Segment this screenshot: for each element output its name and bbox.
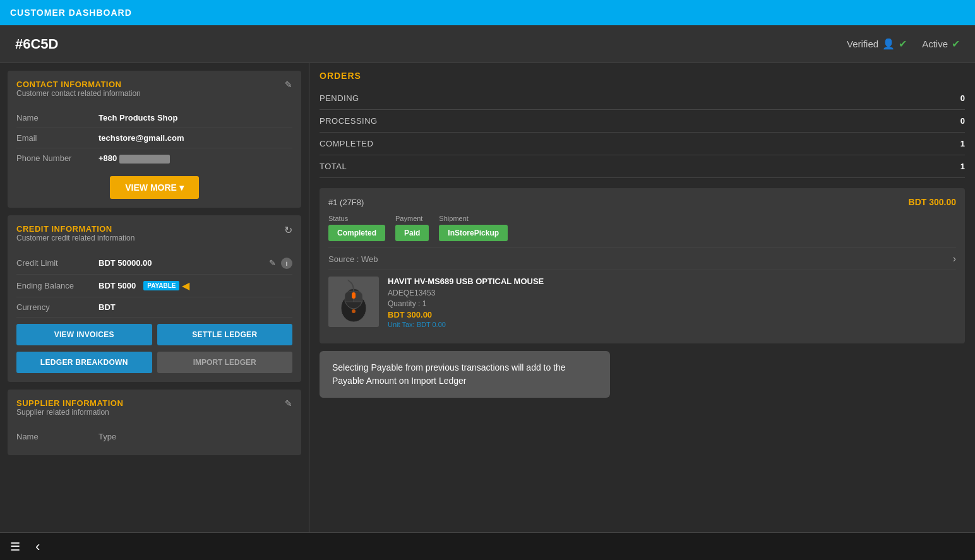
total-label: TOTAL — [320, 155, 918, 178]
product-price: BDT 300.00 — [388, 310, 956, 319]
product-tax: Unit Tax: BDT 0.00 — [388, 321, 956, 328]
right-panel: ORDERS PENDING 0 PROCESSING 0 COMPLETED … — [309, 63, 975, 532]
supplier-edit-icon[interactable]: ✎ — [285, 398, 292, 408]
credit-btn-row-1: VIEW INVOICES SETTLE LEDGER — [16, 324, 292, 345]
product-sku: ADEQE13453 — [388, 289, 956, 297]
order-amount: BDT 300.00 — [909, 197, 956, 207]
contact-info-card: CONTACT INFORMATION Customer contact rel… — [8, 71, 301, 208]
top-bar: CUSTOMER DASHBOARD — [0, 0, 975, 25]
credit-limit-edit-icon[interactable]: ✎ — [269, 258, 276, 268]
credit-limit-label: Credit Limit — [16, 258, 99, 268]
email-value: techstore@gmail.com — [99, 133, 184, 143]
credit-info-card: CREDIT INFORMATION Customer credit relat… — [8, 215, 301, 382]
credit-limit-row: Credit Limit BDT 50000.00 ✎ i — [16, 253, 292, 275]
supplier-info-subtitle: Supplier related information — [16, 408, 123, 417]
ending-balance-label: Ending Balance — [16, 281, 99, 290]
pending-label: PENDING — [320, 87, 918, 110]
name-label: Name — [16, 113, 99, 122]
payable-badge: PAYABLE — [143, 281, 179, 290]
left-panel: CONTACT INFORMATION Customer contact rel… — [0, 63, 309, 532]
orders-section: ORDERS PENDING 0 PROCESSING 0 COMPLETED … — [320, 71, 965, 178]
ending-balance-value: BDT 5000 — [99, 281, 136, 290]
order-id: #1 (27F8) — [328, 198, 364, 207]
shipment-block: Shipment InStorePickup — [439, 215, 508, 241]
pending-value: 0 — [918, 87, 965, 110]
shipment-meta-label: Shipment — [439, 215, 508, 222]
orders-title: ORDERS — [320, 71, 965, 81]
order-row-pending: PENDING 0 — [320, 87, 965, 110]
credit-info-title: CREDIT INFORMATION — [16, 224, 135, 234]
svg-point-3 — [352, 309, 356, 313]
bottom-bar: ☰ ‹ — [0, 532, 975, 560]
svg-rect-2 — [352, 292, 356, 299]
contact-info-title: CONTACT INFORMATION — [16, 80, 141, 89]
email-label: Email — [16, 133, 99, 143]
top-bar-title: CUSTOMER DASHBOARD — [10, 8, 132, 18]
header-badges: Verified 👤 ✔ Active ✔ — [847, 38, 960, 50]
product-info: HAVIT HV-MS689 USB OPTICAL MOUSE ADEQE13… — [388, 277, 956, 328]
completed-label: COMPLETED — [320, 133, 918, 155]
back-icon[interactable]: ‹ — [35, 539, 40, 555]
currency-value: BDT — [99, 302, 116, 312]
credit-limit-value: BDT 50000.00 — [99, 258, 152, 268]
order-card-header: #1 (27F8) BDT 300.00 — [328, 197, 956, 207]
menu-icon[interactable]: ☰ — [10, 540, 20, 554]
verified-label: Verified — [847, 39, 878, 49]
order-meta: Status Completed Payment Paid Shipment I… — [328, 215, 956, 241]
supplier-info-card: SUPPLIER INFORMATION Supplier related in… — [8, 390, 301, 455]
product-quantity: Quantity : 1 — [388, 299, 956, 308]
total-value: 1 — [918, 155, 965, 178]
product-mouse-svg — [335, 280, 373, 324]
order-detail-chevron-icon[interactable]: › — [953, 253, 956, 265]
active-check-icon: ✔ — [952, 38, 960, 50]
supplier-info-title: SUPPLIER INFORMATION — [16, 398, 123, 408]
orders-table: PENDING 0 PROCESSING 0 COMPLETED 1 TOTAL… — [320, 87, 965, 178]
contact-phone-row: Phone Number +880 — [16, 148, 292, 169]
supplier-name-col: Name — [16, 432, 99, 441]
supplier-info-header: SUPPLIER INFORMATION Supplier related in… — [16, 398, 292, 424]
processing-value: 0 — [918, 110, 965, 133]
import-ledger-button[interactable]: IMPORT LEDGER — [157, 352, 293, 373]
settle-ledger-button[interactable]: SETTLE LEDGER — [157, 324, 293, 345]
contact-email-row: Email techstore@gmail.com — [16, 128, 292, 148]
customer-id: #6C5D — [15, 36, 58, 52]
shipment-instore-button[interactable]: InStorePickup — [439, 225, 508, 241]
order-row-completed: COMPLETED 1 — [320, 133, 965, 155]
payment-block: Payment Paid — [395, 215, 429, 241]
source-row: Source : Web › — [328, 247, 956, 270]
active-label: Active — [922, 39, 948, 49]
product-image — [328, 277, 379, 327]
active-badge: Active ✔ — [922, 38, 960, 50]
payment-paid-button[interactable]: Paid — [395, 225, 429, 241]
contact-name-row: Name Tech Products Shop — [16, 108, 292, 128]
credit-btn-row-2: LEDGER BREAKDOWN IMPORT LEDGER — [16, 352, 292, 373]
payment-meta-label: Payment — [395, 215, 429, 222]
header-row: #6C5D Verified 👤 ✔ Active ✔ — [0, 25, 975, 63]
tooltip-text: Selecting Payable from previous transact… — [332, 362, 566, 386]
main-content: CONTACT INFORMATION Customer contact rel… — [0, 63, 975, 532]
credit-refresh-icon[interactable]: ↻ — [284, 224, 292, 236]
order-row-total: TOTAL 1 — [320, 155, 965, 178]
source-text: Source : Web — [328, 254, 378, 264]
status-completed-button[interactable]: Completed — [328, 225, 385, 241]
status-block: Status Completed — [328, 215, 385, 241]
supplier-type-col: Type — [99, 432, 181, 441]
ledger-breakdown-button[interactable]: LEDGER BREAKDOWN — [16, 352, 152, 373]
order-row-processing: PROCESSING 0 — [320, 110, 965, 133]
name-value: Tech Products Shop — [99, 113, 177, 122]
phone-label: Phone Number — [16, 153, 99, 164]
credit-info-header: CREDIT INFORMATION Customer credit relat… — [16, 224, 292, 250]
status-meta-label: Status — [328, 215, 385, 222]
tooltip-box: Selecting Payable from previous transact… — [320, 351, 610, 398]
view-more-button[interactable]: VIEW MORE ▾ — [110, 176, 199, 199]
verified-icon: 👤 — [882, 38, 895, 50]
verified-badge: Verified 👤 ✔ — [847, 38, 907, 50]
currency-row: Currency BDT — [16, 297, 292, 318]
product-name: HAVIT HV-MS689 USB OPTICAL MOUSE — [388, 277, 956, 286]
credit-limit-info-icon[interactable]: i — [281, 258, 292, 269]
view-invoices-button[interactable]: VIEW INVOICES — [16, 324, 152, 345]
contact-edit-icon[interactable]: ✎ — [285, 80, 292, 90]
contact-info-header: CONTACT INFORMATION Customer contact rel… — [16, 80, 292, 105]
credit-info-subtitle: Customer credit related information — [16, 234, 135, 242]
credit-limit-icons: ✎ i — [269, 258, 292, 269]
